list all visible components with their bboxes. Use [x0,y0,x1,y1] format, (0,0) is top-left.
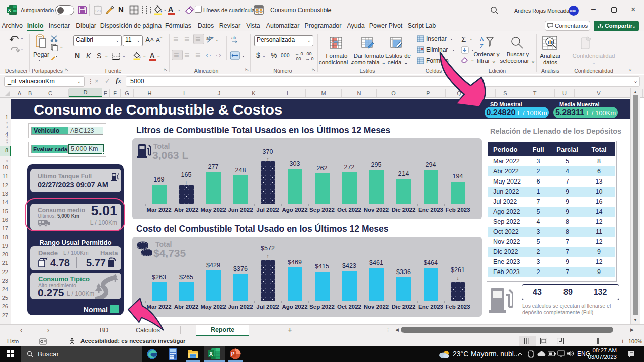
svg-text:Z: Z [480,43,484,49]
svg-text:ab: ab [206,36,211,41]
svg-text:ab: ab [231,35,236,40]
svg-text:P: P [231,351,235,357]
svg-text:A: A [480,36,484,42]
svg-text:X: X [8,8,11,13]
svg-text:123: 123 [95,9,101,13]
svg-text:X: X [209,351,213,357]
